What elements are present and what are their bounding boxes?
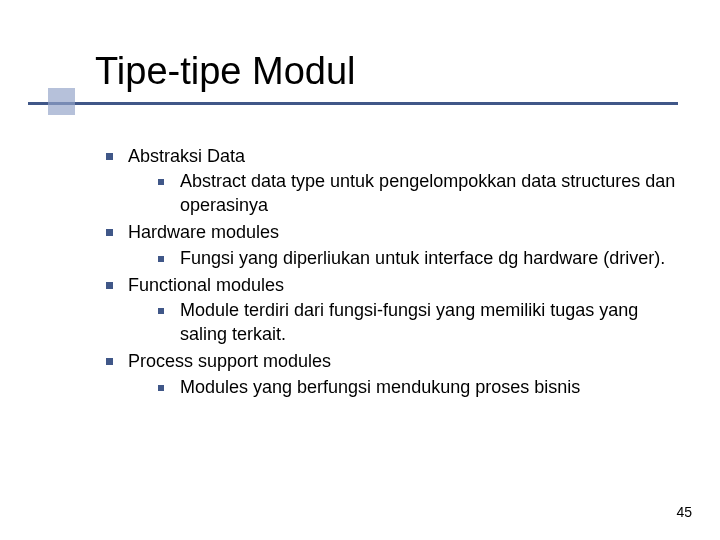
list-item: Functional modules Module terdiri dari f… xyxy=(100,274,680,346)
list-item-label: Functional modules xyxy=(128,275,284,295)
list-subitem: Abstract data type untuk pengelompokkan … xyxy=(150,170,680,217)
list-item: Hardware modules Fungsi yang diperliukan… xyxy=(100,221,680,270)
list-subitem: Module terdiri dari fungsi-fungsi yang m… xyxy=(150,299,680,346)
list-item: Process support modules Modules yang ber… xyxy=(100,350,680,399)
list-subitem: Modules yang berfungsi mendukung proses … xyxy=(150,376,680,399)
page-number: 45 xyxy=(676,504,692,520)
title-underline xyxy=(28,102,678,105)
slide-title: Tipe-tipe Modul xyxy=(95,50,356,92)
list-item-label: Process support modules xyxy=(128,351,331,371)
list-item: Abstraksi Data Abstract data type untuk … xyxy=(100,145,680,217)
list-subitem: Fungsi yang diperliukan untuk interface … xyxy=(150,247,680,270)
list-item-label: Hardware modules xyxy=(128,222,279,242)
title-accent-box xyxy=(48,88,75,115)
list-item-label: Abstraksi Data xyxy=(128,146,245,166)
